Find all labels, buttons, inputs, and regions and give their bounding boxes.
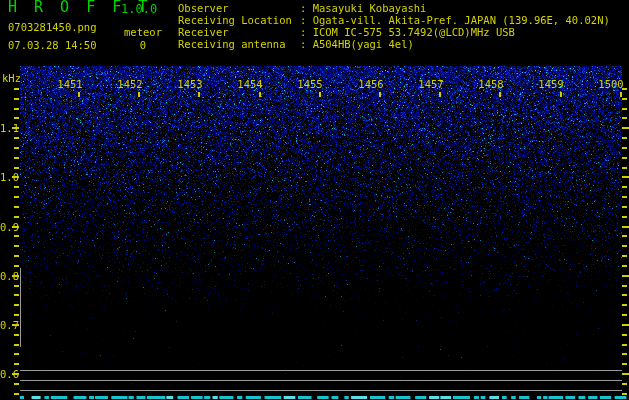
info-separator: : <box>300 38 313 50</box>
app-version: 1.0.0 <box>121 3 157 15</box>
capture-timestamp: 07.03.28 14:50 <box>8 39 97 51</box>
spectrogram-canvas <box>0 0 629 400</box>
x-tick-label: 1454 <box>237 78 263 90</box>
info-label: Observer <box>178 2 300 14</box>
y-tick-label: 1.0 <box>0 171 14 183</box>
y-tick-label: 1.1 <box>0 122 14 134</box>
x-tick-label: 1452 <box>117 78 143 90</box>
y-tick-label: 0.6 <box>0 368 14 380</box>
meteor-count: 0 <box>123 39 163 51</box>
y-tick-label: 0.9 <box>0 221 14 233</box>
x-tick-label: 1500 <box>598 78 624 90</box>
x-tick-label: 1453 <box>177 78 203 90</box>
x-tick-label: 1455 <box>297 78 323 90</box>
info-label: Receiving Location <box>178 14 300 26</box>
info-row-receiver: Receiver: ICOM IC-575 53.7492(@LCD)MHz U… <box>178 26 515 38</box>
x-tick-label: 1451 <box>57 78 83 90</box>
info-label: Receiving antenna <box>178 38 300 50</box>
y-tick-label: 0.8 <box>0 270 14 282</box>
info-value: A504HB(yagi 4el) <box>313 38 414 50</box>
hrofft-output-image: H R O F F T 1.0.0 0703281450.png meteor … <box>0 0 629 400</box>
y-axis-unit-label: kHz <box>2 72 21 84</box>
y-tick-label: 0.7 <box>0 319 14 331</box>
info-row-antenna: Receiving antenna: A504HB(yagi 4el) <box>178 38 414 50</box>
x-tick-label: 1456 <box>358 78 384 90</box>
info-value: ICOM IC-575 53.7492(@LCD)MHz USB <box>313 26 515 38</box>
info-value: Masayuki Kobayashi <box>313 2 427 14</box>
x-tick-label: 1458 <box>478 78 504 90</box>
meteor-label: meteor <box>123 26 163 38</box>
x-tick-label: 1457 <box>418 78 444 90</box>
info-value: Ogata-vill. Akita-Pref. JAPAN (139.96E, … <box>313 14 610 26</box>
info-row-observer: Observer: Masayuki Kobayashi <box>178 2 426 14</box>
x-tick-label: 1459 <box>538 78 564 90</box>
info-separator: : <box>300 26 313 38</box>
info-label: Receiver <box>178 26 300 38</box>
info-row-location: Receiving Location: Ogata-vill. Akita-Pr… <box>178 14 610 26</box>
output-filename: 0703281450.png <box>8 21 97 33</box>
info-separator: : <box>300 14 313 26</box>
info-separator: : <box>300 2 313 14</box>
